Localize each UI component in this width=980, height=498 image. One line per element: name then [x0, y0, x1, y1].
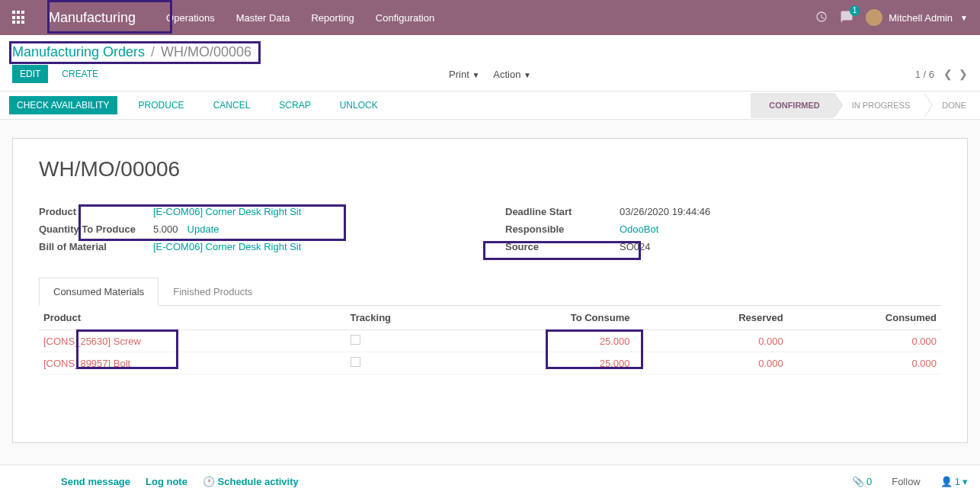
table-row[interactable]: [CONS_25630] Screw 25.000 0.000 0.000	[39, 330, 941, 352]
scrap-button[interactable]: SCRAP	[271, 96, 318, 114]
pager-text: 1 / 6	[915, 69, 934, 80]
produce-button[interactable]: PRODUCE	[131, 96, 192, 114]
pager-prev[interactable]: ❮	[943, 68, 953, 80]
label-qty: Quantity To Produce	[39, 223, 153, 235]
main-menu: Operations Master Data Reporting Configu…	[166, 12, 434, 24]
apps-icon[interactable]	[12, 11, 26, 24]
unlock-button[interactable]: UNLOCK	[332, 96, 386, 114]
breadcrumb: Manufacturing Orders / WH/MO/00006	[12, 44, 968, 60]
bom-value[interactable]: [E-COM06] Corner Desk Right Sit	[153, 241, 301, 252]
chatter-footer: Send message Log note 🕐 Schedule activit…	[0, 464, 980, 498]
table-row[interactable]: [CONS_89957] Bolt 25.000 0.000 0.000	[39, 352, 941, 374]
label-responsible: Responsible	[505, 223, 620, 235]
schedule-activity-button[interactable]: 🕐 Schedule activity	[203, 476, 299, 487]
menu-configuration[interactable]: Configuration	[376, 12, 434, 24]
clock-icon[interactable]	[815, 11, 828, 25]
menu-reporting[interactable]: Reporting	[311, 12, 354, 24]
col-product: Product	[39, 306, 346, 330]
status-in-progress[interactable]: IN PROGRESS	[834, 93, 924, 118]
cancel-button[interactable]: CANCEL	[206, 96, 258, 114]
breadcrumb-parent[interactable]: Manufacturing Orders	[12, 44, 145, 60]
menu-operations[interactable]: Operations	[166, 12, 215, 24]
source-value: SO024	[620, 241, 650, 252]
label-deadline: Deadline Start	[505, 206, 620, 217]
print-menu[interactable]: Print ▼	[449, 69, 479, 80]
row-consumed: 0.000	[788, 352, 941, 374]
col-toconsume: To Consume	[472, 306, 634, 330]
row-reserved: 0.000	[634, 330, 787, 352]
messaging-icon[interactable]: 1	[840, 10, 853, 26]
user-name: Mitchell Admin	[889, 12, 953, 24]
row-reserved: 0.000	[634, 352, 787, 374]
col-reserved: Reserved	[634, 306, 787, 330]
user-menu[interactable]: Mitchell Admin ▼	[866, 9, 968, 26]
status-steps: CONFIRMED IN PROGRESS DONE	[751, 93, 980, 118]
menu-master-data[interactable]: Master Data	[236, 12, 290, 24]
row-consumed: 0.000	[788, 330, 941, 352]
tab-finished-products[interactable]: Finished Products	[159, 278, 267, 306]
row-toconsume: 25.000	[472, 330, 634, 352]
caret-down-icon: ▼	[960, 14, 968, 22]
top-navbar: Manufacturing Operations Master Data Rep…	[0, 0, 980, 35]
row-toconsume: 25.000	[472, 352, 634, 374]
send-message-button[interactable]: Send message	[61, 476, 130, 487]
chat-badge: 1	[850, 5, 860, 16]
app-brand[interactable]: Manufacturing	[49, 10, 136, 26]
tracking-checkbox[interactable]	[351, 357, 360, 367]
followers-button[interactable]: 👤1 ▾	[940, 476, 968, 487]
row-product[interactable]: [CONS_25630] Screw	[43, 336, 141, 347]
pager-next[interactable]: ❯	[959, 68, 968, 80]
action-menu[interactable]: Action ▼	[493, 69, 531, 80]
create-button[interactable]: CREATE	[54, 65, 106, 83]
deadline-value: 03/26/2020 19:44:46	[620, 206, 710, 217]
avatar	[866, 9, 882, 26]
col-tracking: Tracking	[346, 306, 472, 330]
log-note-button[interactable]: Log note	[146, 476, 187, 487]
responsible-value[interactable]: OdooBot	[620, 223, 658, 235]
row-product[interactable]: [CONS_89957] Bolt	[43, 358, 130, 369]
breadcrumb-current: WH/MO/00006	[161, 44, 251, 60]
attachments-button[interactable]: 📎0	[852, 476, 872, 487]
label-source: Source	[505, 241, 620, 252]
tracking-checkbox[interactable]	[351, 335, 360, 345]
record-title: WH/MO/00006	[39, 157, 941, 182]
status-confirmed[interactable]: CONFIRMED	[751, 93, 834, 118]
tab-consumed-materials[interactable]: Consumed Materials	[39, 278, 159, 306]
check-availability-button[interactable]: CHECK AVAILABILITY	[9, 96, 117, 114]
breadcrumb-sep: /	[151, 44, 155, 60]
col-consumed: Consumed	[788, 306, 941, 330]
materials-table: Product Tracking To Consume Reserved Con…	[39, 306, 941, 374]
product-value[interactable]: [E-COM06] Corner Desk Right Sit	[153, 206, 301, 217]
qty-value: 5.000	[153, 223, 178, 235]
follow-button[interactable]: Follow	[892, 476, 921, 487]
label-product: Product	[39, 206, 153, 217]
qty-update-link[interactable]: Update	[187, 223, 219, 235]
form-sheet: WH/MO/00006 Product[E-COM06] Corner Desk…	[12, 138, 968, 443]
label-bom: Bill of Material	[39, 241, 153, 252]
edit-button[interactable]: EDIT	[12, 65, 48, 83]
